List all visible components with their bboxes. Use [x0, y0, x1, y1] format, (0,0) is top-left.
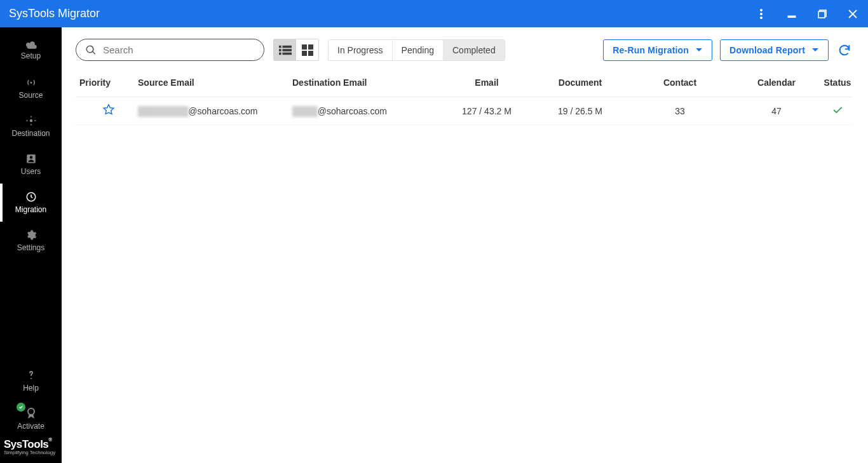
rerun-label: Re-Run Migration — [613, 45, 689, 55]
main-content: In Progress Pending Completed Re-Run Mig… — [62, 27, 868, 463]
sidebar-item-label: Users — [21, 167, 41, 176]
calendar-count-cell: 47 — [731, 106, 822, 116]
check-badge-icon — [17, 403, 25, 412]
download-label: Download Report — [729, 45, 805, 55]
sidebar-item-migration[interactable]: Migration — [0, 184, 62, 222]
dest-domain: @soharcoas.com — [318, 106, 387, 116]
svg-rect-15 — [279, 49, 281, 51]
download-report-button[interactable]: Download Report — [720, 39, 829, 61]
col-source-email: Source Email — [138, 77, 292, 88]
svg-rect-14 — [282, 45, 292, 48]
svg-point-0 — [760, 9, 762, 11]
col-destination-email: Destination Email — [292, 77, 442, 88]
dest-email-cell: ████@soharcoas.com — [292, 106, 442, 116]
svg-rect-20 — [308, 44, 313, 50]
cloud-icon — [25, 40, 37, 49]
sidebar-item-label: Source — [18, 91, 43, 100]
col-priority: Priority — [76, 77, 138, 88]
svg-rect-5 — [818, 11, 825, 18]
sidebar-item-label: Migration — [15, 205, 46, 214]
broadcast-icon — [25, 77, 37, 88]
title-bar: SysTools Migrator — [0, 0, 868, 27]
tab-in-progress[interactable]: In Progress — [329, 40, 392, 60]
maximize-icon[interactable] — [807, 0, 837, 27]
app-title: SysTools Migrator — [9, 7, 100, 20]
redacted-text: ████ — [292, 106, 318, 116]
col-document: Document — [531, 77, 629, 88]
contact-count-cell: 33 — [629, 106, 731, 116]
svg-point-12 — [28, 408, 34, 415]
grid-icon — [302, 44, 313, 56]
svg-rect-16 — [282, 49, 292, 51]
sidebar-item-label: Help — [23, 384, 39, 393]
col-status: Status — [822, 77, 853, 88]
view-toggle — [273, 39, 319, 61]
refresh-button[interactable] — [836, 42, 853, 58]
source-domain: @soharcoas.com — [188, 106, 257, 116]
sidebar-item-label: Settings — [17, 243, 44, 252]
list-view-button[interactable] — [274, 39, 296, 60]
svg-rect-19 — [302, 44, 307, 50]
svg-rect-18 — [282, 52, 292, 55]
svg-rect-21 — [302, 51, 307, 56]
col-calendar: Calendar — [731, 77, 822, 88]
sidebar-item-settings[interactable]: Settings — [0, 222, 62, 260]
col-contact: Contact — [629, 77, 731, 88]
check-icon — [831, 108, 844, 118]
sidebar-item-source[interactable]: Source — [0, 69, 62, 107]
status-cell — [822, 104, 853, 118]
sidebar-item-label: Activate — [17, 422, 44, 431]
sidebar: Setup Source Destination Users Migration… — [0, 27, 62, 463]
grid-view-button[interactable] — [296, 39, 318, 60]
document-count-cell: 19 / 26.5 M — [531, 106, 629, 116]
refresh-icon — [837, 43, 851, 57]
question-icon — [27, 370, 36, 381]
star-icon[interactable] — [102, 103, 116, 119]
gear-icon — [25, 229, 37, 241]
window-controls — [746, 0, 868, 27]
svg-point-2 — [760, 17, 762, 18]
chevron-down-icon — [695, 46, 703, 54]
toolbar: In Progress Pending Completed Re-Run Mig… — [76, 39, 853, 61]
sidebar-item-users[interactable]: Users — [0, 145, 62, 184]
tab-pending[interactable]: Pending — [392, 40, 443, 60]
sidebar-item-label: Destination — [11, 129, 50, 138]
svg-rect-22 — [308, 51, 313, 56]
search-icon — [85, 44, 97, 56]
brand-logo: SysTools® Simplifying Technology — [0, 438, 62, 463]
more-icon[interactable] — [746, 0, 776, 27]
search-input-wrap[interactable] — [76, 39, 264, 61]
status-tabs: In Progress Pending Completed — [328, 39, 505, 61]
award-icon — [26, 408, 36, 419]
brand-name: SysTools — [4, 438, 48, 450]
list-icon — [279, 45, 292, 55]
svg-rect-17 — [279, 52, 281, 55]
redacted-text: ████████ — [138, 106, 188, 116]
minimize-icon[interactable] — [776, 0, 807, 27]
sidebar-item-setup[interactable]: Setup — [0, 31, 62, 69]
table-row[interactable]: ████████@soharcoas.com ████@soharcoas.co… — [76, 97, 853, 125]
sidebar-item-help[interactable]: Help — [0, 362, 62, 400]
rerun-migration-button[interactable]: Re-Run Migration — [603, 39, 712, 61]
user-icon — [25, 153, 37, 164]
svg-point-8 — [29, 119, 32, 123]
clock-icon — [25, 191, 37, 203]
chevron-down-icon — [811, 46, 819, 54]
sidebar-item-destination[interactable]: Destination — [0, 107, 62, 145]
col-email: Email — [442, 77, 531, 88]
close-icon[interactable] — [837, 0, 868, 27]
svg-point-10 — [29, 156, 32, 159]
sidebar-item-activate[interactable]: Activate — [0, 400, 62, 438]
email-count-cell: 127 / 43.2 M — [442, 106, 531, 116]
svg-rect-3 — [788, 16, 796, 18]
svg-rect-13 — [279, 45, 281, 48]
svg-point-1 — [760, 13, 762, 15]
target-icon — [25, 115, 37, 126]
table-header: Priority Source Email Destination Email … — [76, 77, 853, 97]
tab-completed[interactable]: Completed — [443, 40, 505, 60]
search-input[interactable] — [103, 44, 255, 55]
sidebar-item-label: Setup — [21, 51, 41, 60]
source-email-cell: ████████@soharcoas.com — [138, 106, 292, 116]
